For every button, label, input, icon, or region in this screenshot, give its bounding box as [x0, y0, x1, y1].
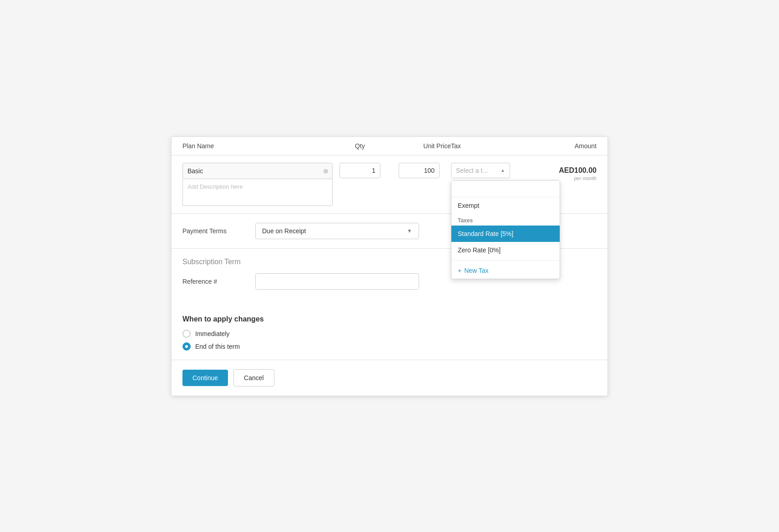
plan-name-input[interactable]: Basic ⊗: [182, 163, 333, 179]
footer: Continue Cancel: [172, 360, 607, 396]
header-unit-price: Unit Price: [387, 142, 451, 150]
modal-container: Plan Name Qty Unit Price Tax Amount Basi…: [171, 136, 608, 396]
plus-icon: +: [458, 267, 461, 274]
tax-divider: [451, 260, 560, 261]
amount-value: AED100.00: [559, 166, 597, 174]
radio-immediately-circle[interactable]: [182, 330, 191, 338]
amount-cell: AED100.00 per month: [524, 163, 597, 181]
tax-arrow-icon: ▲: [501, 168, 505, 173]
radio-end-of-term[interactable]: End of this term: [182, 342, 597, 351]
unit-price-input[interactable]: [399, 163, 440, 178]
payment-terms-value: Due on Receipt: [262, 227, 306, 235]
table-header: Plan Name Qty Unit Price Tax Amount: [172, 137, 607, 156]
radio-immediately[interactable]: Immediately: [182, 330, 597, 338]
radio-end-of-term-circle[interactable]: [182, 342, 191, 351]
header-tax: Tax: [451, 142, 524, 150]
new-tax-button[interactable]: + New Tax: [451, 262, 560, 279]
payment-terms-arrow-icon: ▼: [407, 228, 412, 234]
header-qty: Qty: [333, 142, 387, 150]
cancel-button[interactable]: Cancel: [233, 369, 274, 386]
close-icon[interactable]: ⊗: [323, 167, 329, 175]
tax-dropdown: Exempt Taxes Standard Rate [5%] Zero Rat…: [451, 180, 560, 279]
reference-input[interactable]: [255, 273, 419, 290]
tax-cell: Select a t... ▲ Exempt Taxes Standard Ra…: [451, 163, 524, 178]
tax-option-zero[interactable]: Zero Rate [0%]: [451, 242, 560, 258]
table-row: Basic ⊗ Add Description here Select a t.…: [172, 156, 607, 214]
radio-end-of-term-label: End of this term: [195, 343, 240, 350]
description-area[interactable]: Add Description here: [182, 179, 333, 206]
tax-search-input[interactable]: [451, 181, 560, 197]
tax-option-standard[interactable]: Standard Rate [5%]: [451, 226, 560, 242]
payment-terms-label: Payment Terms: [182, 227, 246, 235]
plan-name-text: Basic: [187, 167, 203, 175]
qty-cell: [333, 163, 387, 178]
header-plan-name: Plan Name: [182, 142, 333, 150]
tax-option-exempt[interactable]: Exempt: [451, 197, 560, 214]
new-tax-label: New Tax: [464, 267, 488, 274]
unit-price-cell: [387, 163, 451, 178]
plan-name-cell: Basic ⊗ Add Description here: [182, 163, 333, 206]
continue-button[interactable]: Continue: [182, 370, 228, 386]
radio-group: Immediately End of this term: [182, 330, 597, 351]
header-amount: Amount: [524, 142, 597, 150]
when-to-apply-title: When to apply changes: [182, 315, 597, 323]
payment-terms-select[interactable]: Due on Receipt ▼: [255, 223, 419, 239]
tax-group-label: Taxes: [451, 214, 560, 226]
when-to-apply-section: When to apply changes Immediately End of…: [172, 308, 607, 360]
radio-immediately-label: Immediately: [195, 330, 229, 337]
tax-select-text: Select a t...: [456, 167, 501, 174]
tax-select[interactable]: Select a t... ▲: [451, 163, 510, 178]
description-placeholder: Add Description here: [187, 183, 243, 190]
qty-input[interactable]: [339, 163, 380, 178]
reference-label: Reference #: [182, 278, 246, 285]
